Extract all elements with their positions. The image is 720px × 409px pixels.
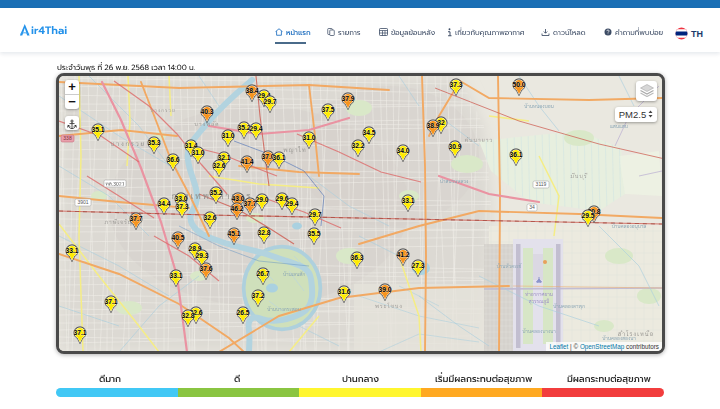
svg-text:41.4: 41.4 bbox=[240, 158, 253, 165]
svg-text:37.7: 37.7 bbox=[129, 215, 142, 222]
svg-text:29.7: 29.7 bbox=[263, 98, 276, 105]
svg-text:36.3: 36.3 bbox=[350, 254, 363, 261]
svg-text:29.3: 29.3 bbox=[195, 252, 208, 259]
svg-text:31.0: 31.0 bbox=[302, 134, 315, 141]
svg-text:31.0: 31.0 bbox=[221, 132, 234, 139]
svg-text:50.0: 50.0 bbox=[512, 81, 525, 88]
svg-text:40.5: 40.5 bbox=[171, 234, 184, 241]
svg-text:31.6: 31.6 bbox=[337, 288, 350, 295]
svg-text:29.4: 29.4 bbox=[285, 200, 298, 207]
svg-text:35.2: 35.2 bbox=[209, 189, 222, 196]
svg-text:38.9: 38.9 bbox=[426, 122, 439, 129]
svg-text:37.1: 37.1 bbox=[104, 298, 117, 305]
svg-text:33.1: 33.1 bbox=[65, 247, 78, 254]
svg-text:37.3: 37.3 bbox=[175, 203, 188, 210]
svg-text:37.1: 37.1 bbox=[73, 329, 86, 336]
svg-text:29.7: 29.7 bbox=[308, 211, 321, 218]
svg-text:34.0: 34.0 bbox=[396, 147, 409, 154]
svg-text:31.0: 31.0 bbox=[191, 149, 204, 156]
svg-text:33.1: 33.1 bbox=[169, 272, 182, 279]
svg-text:33.1: 33.1 bbox=[401, 197, 414, 204]
svg-text:37.6: 37.6 bbox=[199, 265, 212, 272]
svg-text:29.4: 29.4 bbox=[249, 125, 262, 132]
svg-text:32.8: 32.8 bbox=[181, 312, 194, 319]
svg-text:338: 338 bbox=[63, 135, 72, 141]
svg-text:45.1: 45.1 bbox=[227, 230, 240, 237]
svg-text:36.6: 36.6 bbox=[166, 156, 179, 163]
svg-text:30.9: 30.9 bbox=[448, 143, 461, 150]
svg-text:35.3: 35.3 bbox=[147, 139, 160, 146]
svg-text:32.2: 32.2 bbox=[351, 142, 364, 149]
svg-text:3901: 3901 bbox=[77, 199, 88, 205]
svg-text:32.8: 32.8 bbox=[257, 229, 270, 236]
svg-text:40.3: 40.3 bbox=[200, 108, 213, 115]
svg-text:37.3: 37.3 bbox=[449, 81, 462, 88]
svg-text:32.6: 32.6 bbox=[212, 162, 225, 169]
svg-text:36.1: 36.1 bbox=[509, 151, 522, 158]
svg-text:3119: 3119 bbox=[536, 181, 547, 187]
svg-text:29.5: 29.5 bbox=[581, 212, 594, 219]
svg-text:39.0: 39.0 bbox=[378, 286, 391, 293]
svg-text:32.6: 32.6 bbox=[203, 214, 216, 221]
svg-text:34: 34 bbox=[529, 204, 535, 210]
svg-text:41.2: 41.2 bbox=[396, 251, 409, 258]
svg-text:29.0: 29.0 bbox=[255, 196, 268, 203]
svg-text:27.3: 27.3 bbox=[411, 262, 424, 269]
svg-text:26.5: 26.5 bbox=[236, 309, 249, 316]
svg-text:35.1: 35.1 bbox=[91, 126, 104, 133]
svg-text:34.5: 34.5 bbox=[362, 129, 375, 136]
svg-text:34.4: 34.4 bbox=[157, 200, 170, 207]
svg-text:37.9: 37.9 bbox=[341, 95, 354, 102]
svg-text:37.5: 37.5 bbox=[321, 106, 334, 113]
svg-text:37.2: 37.2 bbox=[251, 292, 264, 299]
svg-text:35.5: 35.5 bbox=[307, 230, 320, 237]
svg-text:26.7: 26.7 bbox=[256, 270, 269, 277]
svg-text:36.1: 36.1 bbox=[272, 154, 285, 161]
